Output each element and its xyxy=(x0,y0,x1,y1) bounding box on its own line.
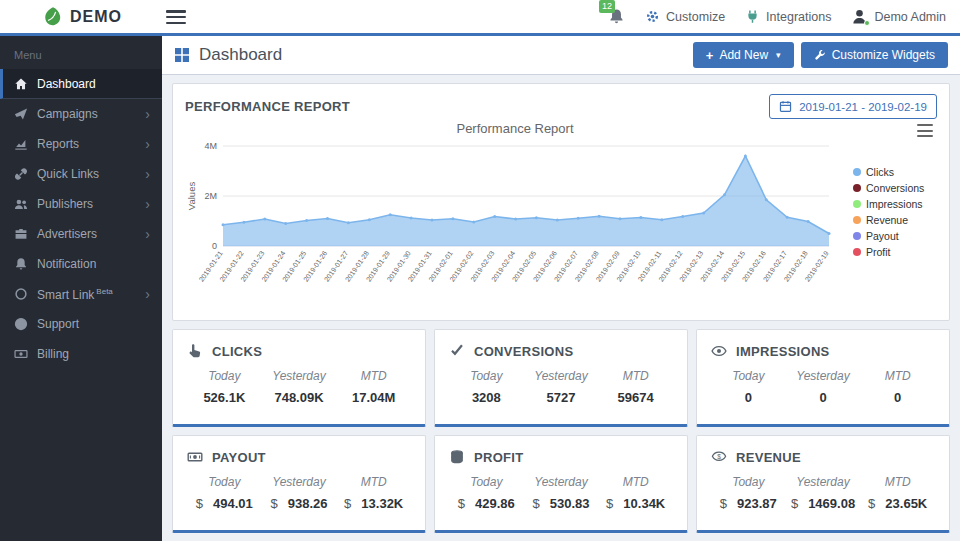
sidebar-item-reports[interactable]: Reports› xyxy=(0,129,162,159)
stat-card-header: CLICKS xyxy=(187,343,411,359)
money-icon xyxy=(187,449,203,465)
metric-number: 59674 xyxy=(618,390,654,405)
content-body: PERFORMANCE REPORT 2019-01-21 - 2019-02-… xyxy=(162,75,960,541)
metric-value: 0 xyxy=(860,390,935,405)
sidebar-item-campaigns[interactable]: Campaigns› xyxy=(0,99,162,129)
revenue-eye-icon: $ xyxy=(711,449,727,465)
wrench-icon xyxy=(814,49,826,61)
metric-number: 13.32K xyxy=(361,496,403,511)
legend-item-profit[interactable]: Profit xyxy=(853,246,937,258)
sidebar-item-label: Campaigns xyxy=(37,107,98,121)
metric: Today0 xyxy=(711,369,786,405)
beta-badge: Beta xyxy=(96,287,112,296)
notifications-button[interactable]: 12 xyxy=(608,8,625,25)
chevron-right-icon: › xyxy=(145,197,150,211)
sidebar-item-notification[interactable]: Notification xyxy=(0,249,162,279)
metric-value: $1469.08 xyxy=(786,496,861,511)
sidebar-item-advertisers[interactable]: Advertisers› xyxy=(0,219,162,249)
sidebar-item-label: Notification xyxy=(37,257,96,271)
currency-symbol: $ xyxy=(606,496,613,511)
sidebar: Menu DashboardCampaigns›Reports›Quick Li… xyxy=(0,36,162,541)
metric: Yesterday$938.26 xyxy=(262,475,337,511)
sidebar-item-billing[interactable]: Billing xyxy=(0,339,162,369)
metric-number: 5727 xyxy=(547,390,576,405)
stat-card-metrics: Today$923.87Yesterday$1469.08MTD$23.65K xyxy=(711,475,935,511)
nav-integrations[interactable]: Integrations xyxy=(745,9,831,24)
metric-label: Today xyxy=(449,369,524,383)
logo[interactable]: DEMO xyxy=(42,6,122,27)
date-range-picker[interactable]: 2019-01-21 - 2019-02-19 xyxy=(769,94,937,119)
metric: Today$494.01 xyxy=(187,475,262,511)
sidebar-item-label: Quick Links xyxy=(37,167,99,181)
chevron-right-icon: › xyxy=(145,107,150,121)
legend-item-clicks[interactable]: Clicks xyxy=(853,166,937,178)
metric: Yesterday748.09K xyxy=(262,369,337,405)
billing-icon xyxy=(14,347,28,361)
circle-icon xyxy=(14,287,28,301)
legend-item-impressions[interactable]: Impressions xyxy=(853,198,937,210)
legend-label: Revenue xyxy=(866,214,908,226)
metric-label: MTD xyxy=(860,369,935,383)
metric: Today3208 xyxy=(449,369,524,405)
metric-label: Yesterday xyxy=(262,475,337,489)
metric-label: Today xyxy=(187,475,262,489)
metric-number: 429.86 xyxy=(475,496,515,511)
gear-icon xyxy=(645,9,660,24)
sidebar-toggle-button[interactable] xyxy=(166,9,186,25)
nav-account[interactable]: Demo Admin xyxy=(851,8,946,25)
performance-report-panel: PERFORMANCE REPORT 2019-01-21 - 2019-02-… xyxy=(172,83,950,321)
sidebar-item-label: Advertisers xyxy=(37,227,97,241)
stat-card-conversions: CONVERSIONSToday3208Yesterday5727MTD5967… xyxy=(434,329,688,427)
metric-value: $23.65K xyxy=(860,496,935,511)
sidebar-item-publishers[interactable]: Publishers› xyxy=(0,189,162,219)
legend-item-revenue[interactable]: Revenue xyxy=(853,214,937,226)
metric: Yesterday0 xyxy=(786,369,861,405)
line-chart-icon xyxy=(14,137,28,151)
legend-item-payout[interactable]: Payout xyxy=(853,230,937,242)
legend-label: Payout xyxy=(866,230,899,242)
life-ring-icon xyxy=(14,317,28,331)
add-new-button[interactable]: + Add New ▾ xyxy=(693,42,794,68)
sidebar-item-label: Reports xyxy=(37,137,79,151)
metric-value: $13.32K xyxy=(336,496,411,511)
add-new-label: Add New xyxy=(719,48,768,62)
sidebar-item-dashboard[interactable]: Dashboard xyxy=(0,69,162,99)
metric-value: $494.01 xyxy=(187,496,262,511)
metric-value: 748.09K xyxy=(262,390,337,405)
svg-text:4M: 4M xyxy=(204,141,217,151)
legend-item-conversions[interactable]: Conversions xyxy=(853,182,937,194)
legend-marker xyxy=(853,248,861,256)
date-range-value: 2019-01-21 - 2019-02-19 xyxy=(799,101,927,113)
sidebar-item-quick-links[interactable]: Quick Links› xyxy=(0,159,162,189)
metric-number: 0 xyxy=(894,390,901,405)
link-icon xyxy=(14,167,28,181)
nav-customize[interactable]: Customize xyxy=(645,9,725,24)
metric-number: 938.26 xyxy=(288,496,328,511)
chart-export-menu-icon[interactable] xyxy=(915,123,935,138)
chevron-right-icon: › xyxy=(145,287,150,301)
metric: Yesterday$1469.08 xyxy=(786,475,861,511)
navbar-left: DEMO xyxy=(14,6,122,27)
metric-value: 59674 xyxy=(598,390,673,405)
navbar-right: 12 CustomizeIntegrationsDemo Admin xyxy=(608,8,946,25)
logo-leaf-icon xyxy=(42,6,63,27)
sidebar-item-smart-link[interactable]: Smart LinkBeta› xyxy=(0,279,162,309)
content-area: Dashboard + Add New ▾ Customize Widgets … xyxy=(162,36,960,541)
legend-label: Conversions xyxy=(866,182,924,194)
metric-number: 526.1K xyxy=(203,390,245,405)
chevron-right-icon: › xyxy=(145,167,150,181)
metric: Today$923.87 xyxy=(711,475,786,511)
metric-value: $10.34K xyxy=(598,496,673,511)
stat-card-metrics: Today526.1KYesterday748.09KMTD17.04M xyxy=(187,369,411,405)
metric: MTD59674 xyxy=(598,369,673,405)
currency-symbol: $ xyxy=(533,496,540,511)
stat-card-impressions: IMPRESSIONSToday0Yesterday0MTD0 xyxy=(696,329,950,427)
chart-legend: ClicksConversionsImpressionsRevenuePayou… xyxy=(845,121,937,303)
performance-chart: 02M4MValues2019-01-212019-01-222019-01-2… xyxy=(185,138,845,303)
svg-text:2M: 2M xyxy=(204,191,217,201)
customize-widgets-button[interactable]: Customize Widgets xyxy=(801,42,948,68)
customize-widgets-label: Customize Widgets xyxy=(832,48,935,62)
metric-label: Today xyxy=(711,369,786,383)
sidebar-item-support[interactable]: Support xyxy=(0,309,162,339)
metric-number: 17.04M xyxy=(352,390,395,405)
